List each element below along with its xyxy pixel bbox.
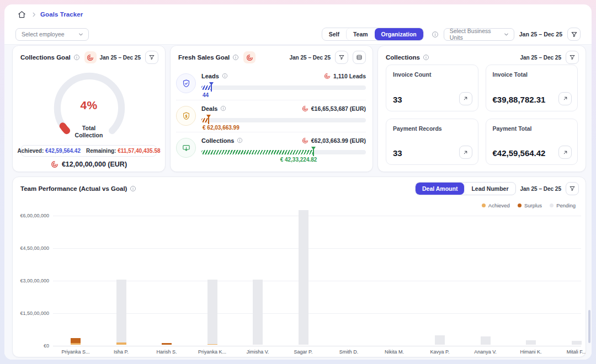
goal-row-leads: Leads1,110 Leads44 (176, 68, 366, 99)
x-axis-label: Priyanka S... (55, 349, 97, 355)
page-title[interactable]: Goals Tracker (40, 11, 83, 18)
bar-segment-achieved (207, 344, 217, 345)
info-icon[interactable] (423, 54, 429, 61)
progress-fill (201, 150, 313, 154)
bar-segment-achieved (116, 342, 126, 345)
progress-fill (201, 118, 209, 122)
collections-card: Collections Jan 25 – Dec 25 Invoice Coun… (377, 45, 586, 172)
bar-isha-p-[interactable] (116, 280, 126, 345)
filter-icon[interactable] (145, 51, 158, 64)
tile-value: €39,88,782.31 (493, 95, 546, 104)
goal-row-title: Collections (201, 137, 234, 144)
bar-sagar-p-[interactable] (299, 210, 308, 345)
goal-total: €12,00,00,000 (EUR) (13, 160, 165, 168)
card-date-range[interactable]: Jan 25 – Dec 25 (520, 55, 562, 61)
gridline (53, 216, 581, 216)
bar-segment-pending (207, 280, 217, 344)
info-icon[interactable] (234, 136, 243, 146)
date-range[interactable]: Jan 25 – Dec 25 (519, 31, 562, 38)
open-details-icon[interactable] (459, 146, 472, 159)
goal-total-value: €12,00,00,000 (EUR) (62, 160, 127, 168)
bar-priyanka-k-[interactable] (207, 280, 217, 345)
select-business-units-placeholder: Select Business Units (450, 28, 499, 41)
select-employee-placeholder: Select employee (22, 31, 65, 38)
bar-mitali-f-[interactable] (572, 341, 582, 345)
stat-tile-payment-total: Payment Total€42,59,564.42 (486, 119, 578, 165)
info-icon[interactable] (73, 54, 80, 61)
stat-tile-invoice-total: Invoice Total€39,88,782.31 (486, 65, 578, 111)
filter-icon[interactable] (567, 28, 581, 41)
scope-tabs: SelfTeamOrganization (322, 28, 424, 41)
goal-target-value: €16,65,53,687 (EUR) (302, 105, 366, 112)
card-title: Collections (386, 54, 420, 61)
fresh-sales-goal-card: Fresh Sales Goal Jan 25 – Dec 25 Leads1,… (170, 45, 373, 172)
y-axis-label: €6,00,00,000 (13, 213, 49, 218)
bar-ananya-v-[interactable] (481, 336, 491, 345)
tile-label: Invoice Total (493, 71, 571, 78)
bar-segment-achieved (71, 343, 81, 345)
breadcrumb: Goals Tracker (4, 4, 592, 24)
chevron-down-icon (78, 31, 84, 38)
card-date-range[interactable]: Jan 25 – Dec 25 (100, 55, 141, 61)
bar-segment-pending (435, 335, 445, 345)
filter-icon[interactable] (566, 51, 579, 64)
home-icon[interactable] (15, 8, 28, 20)
bar-jimisha-v-[interactable] (253, 280, 263, 345)
bar-chart: €0€1,50,00,000€3,00,00,000€4,50,00,000€6… (13, 177, 586, 357)
x-axis-label: Smith D. (328, 349, 370, 355)
target-icon[interactable] (84, 51, 97, 63)
collections-goal-card: Collections Goal Jan 25 – Dec 25 4% Tota… (12, 45, 166, 172)
info-icon[interactable] (232, 54, 239, 61)
tile-label: Payment Total (493, 125, 571, 132)
stat-tile-payment-records: Payment Records33 (386, 119, 478, 165)
bar-kavya-p-[interactable] (435, 335, 445, 345)
open-details-icon[interactable] (558, 92, 572, 105)
achieved-remaining-pill: Achieved: €42,59,564.42 Remaining: €11,5… (21, 145, 157, 157)
bar-priyanka-s-[interactable] (71, 338, 81, 345)
goal-target-value: 1,110 Leads (324, 73, 366, 79)
select-business-units[interactable]: Select Business Units (444, 28, 514, 41)
x-axis-label: Priyanka K... (191, 349, 233, 355)
bar-segment-pending (299, 210, 308, 345)
bar-segment-surplus (71, 338, 81, 343)
chevron-down-icon (503, 31, 509, 38)
goal-row-title: Deals (201, 105, 217, 112)
progress-current-value: € 62,03,663.99 (201, 125, 366, 131)
bar-segment-pending (481, 336, 491, 345)
goal-row-deals: Deals€16,65,53,687 (EUR)€ 62,03,663.99 (176, 100, 366, 131)
bar-harish-s-[interactable] (162, 343, 172, 345)
info-icon[interactable] (217, 104, 226, 114)
y-axis-label: €1,50,00,000 (13, 311, 49, 316)
gridline (53, 248, 581, 249)
goal-row-collections: Collections€62,03,663.99 (EUR)€ 42,33,22… (176, 132, 366, 163)
y-axis-label: €3,00,00,000 (13, 278, 49, 283)
tile-label: Payment Records (393, 125, 471, 132)
info-icon[interactable] (432, 31, 439, 38)
tab-organization[interactable]: Organization (375, 28, 423, 40)
target-icon[interactable] (243, 51, 256, 63)
tile-value: 33 (393, 148, 402, 158)
chevron-right-icon (31, 12, 37, 18)
open-details-icon[interactable] (459, 92, 472, 105)
tab-self[interactable]: Self (322, 28, 346, 40)
filter-icon[interactable] (335, 51, 348, 64)
achieved-label: Achieved: (17, 148, 44, 154)
target-icon (51, 160, 58, 168)
gridline (53, 346, 581, 346)
bar-himani-k-[interactable] (526, 340, 536, 345)
progress-track (201, 85, 366, 90)
gauge-percent: 4% (13, 99, 165, 112)
scrollbar-thumb[interactable] (588, 310, 590, 343)
info-icon[interactable] (219, 71, 228, 81)
table-view-icon[interactable] (353, 51, 366, 64)
gridline (53, 313, 581, 314)
payments-icon (176, 138, 196, 158)
bar-segment-pending (526, 340, 536, 345)
card-date-range[interactable]: Jan 25 – Dec 25 (290, 55, 331, 61)
app-window: Goals Tracker Select employee SelfTeamOr… (4, 4, 592, 360)
tile-label: Invoice Count (393, 71, 471, 78)
select-employee[interactable]: Select employee (15, 28, 89, 41)
x-axis-label: Mitali F... (556, 349, 586, 355)
open-details-icon[interactable] (558, 146, 572, 159)
tab-team[interactable]: Team (346, 28, 375, 40)
